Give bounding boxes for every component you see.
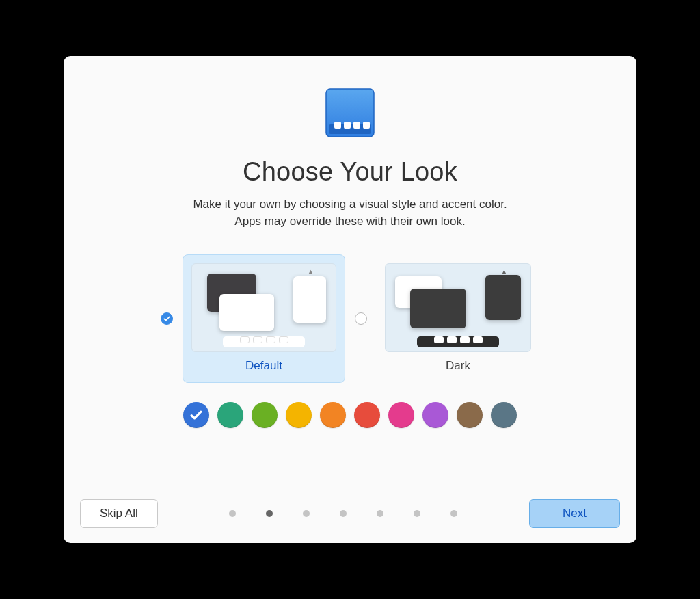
- radio-dark[interactable]: [355, 312, 367, 325]
- theme-label-default: Default: [191, 359, 336, 373]
- accent-swatch-teal[interactable]: [217, 402, 243, 428]
- svg-rect-2: [334, 122, 341, 129]
- accent-swatch-orange[interactable]: [320, 402, 346, 428]
- radio-default[interactable]: [161, 312, 173, 325]
- accent-color-row: [183, 402, 517, 428]
- footer: Skip All Next: [80, 499, 620, 528]
- bell-icon: ▲: [501, 268, 507, 275]
- theme-preview-default: ▲: [191, 263, 336, 352]
- onboarding-dialog: Choose Your Look Make it your own by cho…: [64, 56, 636, 543]
- page-subtitle: Make it your own by choosing a visual st…: [193, 196, 507, 230]
- page-title: Choose Your Look: [243, 157, 457, 187]
- theme-label-dark: Dark: [385, 359, 531, 373]
- skip-all-button[interactable]: Skip All: [80, 499, 158, 528]
- next-button[interactable]: Next: [529, 499, 620, 528]
- accent-swatch-pink[interactable]: [388, 402, 414, 428]
- subtitle-line-2: Apps may override these with their own l…: [234, 215, 465, 228]
- pager-dot-4[interactable]: [377, 510, 383, 517]
- subtitle-line-1: Make it your own by choosing a visual st…: [193, 198, 507, 211]
- pager-dot-1[interactable]: [266, 510, 273, 517]
- bell-icon: ▲: [308, 268, 314, 275]
- svg-rect-3: [344, 122, 351, 129]
- accent-swatch-yellow[interactable]: [286, 402, 312, 428]
- app-icon: [319, 83, 381, 145]
- pager-dot-0[interactable]: [229, 510, 236, 517]
- theme-card-dark[interactable]: ▲ Dark: [377, 255, 539, 382]
- accent-swatch-brown[interactable]: [457, 402, 483, 428]
- accent-swatch-blue[interactable]: [183, 402, 209, 428]
- pager-dot-5[interactable]: [414, 510, 420, 517]
- accent-swatch-red[interactable]: [354, 402, 380, 428]
- accent-swatch-purple[interactable]: [422, 402, 448, 428]
- pager: [229, 510, 457, 517]
- theme-options: ▲ Default ▲ Dark: [161, 254, 539, 383]
- theme-preview-dark: ▲: [385, 263, 531, 352]
- pager-dot-2[interactable]: [303, 510, 310, 517]
- accent-swatch-green[interactable]: [252, 402, 278, 428]
- pager-dot-3[interactable]: [340, 510, 347, 517]
- accent-swatch-slate[interactable]: [491, 402, 517, 428]
- svg-rect-5: [363, 122, 370, 129]
- theme-card-default[interactable]: ▲ Default: [183, 254, 345, 383]
- svg-rect-4: [353, 122, 360, 129]
- pager-dot-6[interactable]: [450, 510, 457, 517]
